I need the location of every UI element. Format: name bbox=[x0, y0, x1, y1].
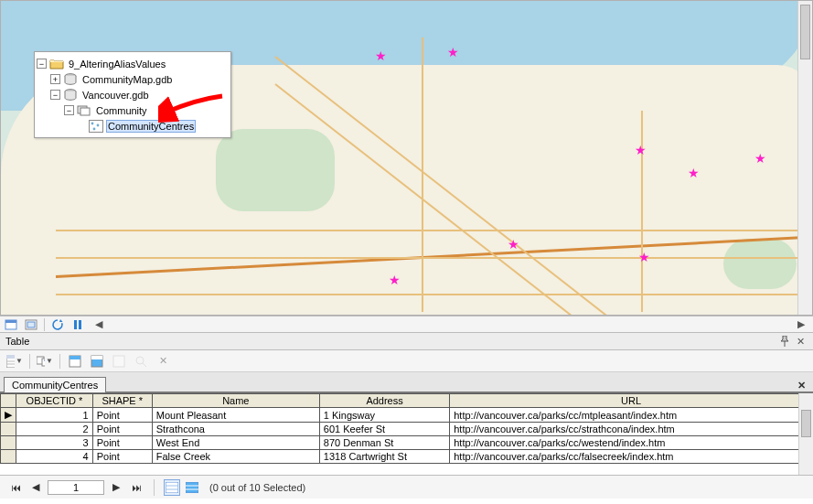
cell-shape[interactable]: Point bbox=[92, 408, 152, 423]
point-feature-star-icon[interactable]: ★ bbox=[388, 273, 401, 286]
current-record-input[interactable] bbox=[48, 480, 104, 495]
cell-address[interactable]: 1 Kingsway bbox=[319, 408, 449, 423]
point-feature-star-icon[interactable]: ★ bbox=[637, 251, 650, 263]
cell-shape[interactable]: Point bbox=[92, 423, 152, 436]
table-options-button[interactable]: ▼ bbox=[5, 352, 24, 370]
tree-item-label: CommunityCentres bbox=[106, 120, 196, 133]
show-selected-records-button[interactable] bbox=[184, 479, 200, 496]
folder-icon bbox=[49, 57, 64, 71]
svg-rect-15 bbox=[6, 355, 15, 359]
cell-name[interactable]: Mount Pleasant bbox=[152, 408, 319, 423]
column-header-name[interactable]: Name bbox=[152, 394, 319, 408]
cell-name[interactable]: False Creek bbox=[152, 450, 319, 464]
tree-item-communitycentres-fc[interactable]: CommunityCentres bbox=[37, 118, 227, 134]
related-tables-button[interactable]: ▼ bbox=[36, 352, 54, 370]
pin-icon[interactable] bbox=[780, 336, 791, 347]
svg-rect-21 bbox=[70, 356, 80, 359]
cell-url[interactable]: http://vancouver.ca/parks/cc/strathcona/… bbox=[450, 423, 813, 436]
table-toolbar: ▼ ▼ ✕ bbox=[0, 350, 813, 372]
row-selector[interactable] bbox=[1, 423, 16, 436]
table-row[interactable]: 3PointWest End870 Denman Sthttp://vancou… bbox=[1, 436, 813, 450]
cell-objectid[interactable]: 3 bbox=[16, 436, 92, 450]
cell-address[interactable]: 1318 Cartwright St bbox=[319, 450, 449, 464]
clear-selection-button[interactable] bbox=[110, 352, 128, 370]
delete-selected-button[interactable]: ✕ bbox=[154, 352, 172, 370]
geodatabase-icon bbox=[63, 72, 78, 87]
table-vertical-scrollbar[interactable] bbox=[798, 393, 813, 475]
cell-shape[interactable]: Point bbox=[92, 450, 152, 464]
cell-address[interactable]: 870 Denman St bbox=[319, 436, 449, 450]
last-record-button[interactable]: ⏭ bbox=[128, 479, 144, 496]
svg-line-26 bbox=[143, 363, 146, 367]
attribute-table[interactable]: OBJECTID * SHAPE * Name Address URL ▶1Po… bbox=[0, 392, 813, 475]
svg-rect-30 bbox=[186, 482, 198, 493]
tree-item-vancouver-gdb[interactable]: − Vancouver.gdb bbox=[37, 87, 227, 102]
cell-objectid[interactable]: 1 bbox=[16, 408, 92, 423]
svg-rect-11 bbox=[27, 322, 35, 327]
point-feature-star-icon[interactable]: ★ bbox=[754, 152, 766, 165]
switch-selection-button[interactable] bbox=[88, 352, 106, 370]
cell-name[interactable]: Strathcona bbox=[152, 423, 319, 436]
svg-rect-27 bbox=[166, 482, 178, 493]
tree-item-label: Community bbox=[94, 105, 149, 116]
prev-record-button[interactable]: ◀ bbox=[27, 479, 44, 496]
chevron-down-icon: ▼ bbox=[46, 357, 53, 365]
table-row[interactable]: 2PointStrathcona601 Keefer Sthttp://vanc… bbox=[1, 423, 813, 436]
row-selector[interactable]: ▶ bbox=[1, 408, 16, 423]
collapse-icon[interactable]: − bbox=[37, 59, 47, 69]
map-vertical-scrollbar[interactable] bbox=[797, 1, 812, 315]
point-feature-star-icon[interactable]: ★ bbox=[507, 238, 519, 251]
point-feature-star-icon[interactable]: ★ bbox=[374, 49, 387, 62]
catalog-tree[interactable]: − 9_AlteringAliasValues + CommunityMap.g… bbox=[34, 51, 231, 138]
table-tab[interactable]: CommunityCentres bbox=[4, 377, 106, 392]
column-header-shape[interactable]: SHAPE * bbox=[92, 394, 152, 408]
select-by-attributes-button[interactable] bbox=[66, 352, 84, 370]
map-horizontal-scrollbar[interactable]: ◀ ▶ bbox=[91, 318, 809, 331]
row-selector[interactable] bbox=[1, 436, 16, 450]
data-view-button[interactable] bbox=[4, 317, 18, 332]
close-panel-icon[interactable]: ✕ bbox=[797, 336, 808, 347]
tree-item-community-dataset[interactable]: − Community bbox=[37, 102, 227, 118]
cell-objectid[interactable]: 2 bbox=[16, 423, 92, 436]
map-bottom-toolbar: ◀ ▶ bbox=[0, 316, 813, 332]
point-feature-star-icon[interactable]: ★ bbox=[634, 144, 647, 156]
svg-rect-12 bbox=[74, 320, 77, 329]
tree-item-label: CommunityMap.gdb bbox=[80, 74, 174, 85]
cell-objectid[interactable]: 4 bbox=[16, 450, 92, 464]
pause-drawing-button[interactable] bbox=[70, 317, 85, 332]
point-feature-star-icon[interactable]: ★ bbox=[687, 166, 700, 179]
layout-view-button[interactable] bbox=[24, 317, 38, 332]
cell-name[interactable]: West End bbox=[152, 436, 319, 450]
scroll-left-icon[interactable]: ◀ bbox=[92, 318, 105, 331]
point-feature-star-icon[interactable]: ★ bbox=[446, 46, 459, 59]
row-selector[interactable] bbox=[1, 450, 16, 464]
cell-url[interactable]: http://vancouver.ca/parks/cc/westend/ind… bbox=[450, 436, 813, 450]
close-tab-icon[interactable]: ✕ bbox=[795, 379, 808, 391]
cell-url[interactable]: http://vancouver.ca/parks/cc/falsecreek/… bbox=[450, 450, 813, 464]
scroll-right-icon[interactable]: ▶ bbox=[795, 318, 808, 331]
tree-root[interactable]: − 9_AlteringAliasValues bbox=[37, 56, 227, 71]
column-header-objectid[interactable]: OBJECTID * bbox=[16, 394, 92, 408]
zoom-to-selected-button[interactable] bbox=[132, 352, 150, 370]
tree-item-label: Vancouver.gdb bbox=[80, 90, 151, 101]
tree-item-communitymap-gdb[interactable]: + CommunityMap.gdb bbox=[37, 71, 227, 87]
refresh-button[interactable] bbox=[50, 317, 65, 332]
table-row[interactable]: ▶1PointMount Pleasant1 Kingswayhttp://va… bbox=[1, 408, 813, 423]
svg-point-6 bbox=[97, 123, 100, 126]
column-header-url[interactable]: URL bbox=[450, 394, 813, 408]
point-feature-class-icon bbox=[89, 119, 103, 134]
cell-shape[interactable]: Point bbox=[92, 436, 152, 450]
cell-url[interactable]: http://vancouver.ca/parks/cc/mtpleasant/… bbox=[450, 408, 813, 423]
tree-root-label: 9_AlteringAliasValues bbox=[67, 59, 167, 70]
next-record-button[interactable]: ▶ bbox=[108, 479, 124, 496]
map-view[interactable]: ★★★★★★★★ − 9_AlteringAliasValues + Commu… bbox=[0, 0, 813, 316]
collapse-icon[interactable]: − bbox=[50, 90, 60, 100]
collapse-icon[interactable]: − bbox=[64, 105, 74, 115]
expand-icon[interactable]: + bbox=[50, 74, 60, 84]
table-row[interactable]: 4PointFalse Creek1318 Cartwright Sthttp:… bbox=[1, 450, 813, 464]
show-all-records-button[interactable] bbox=[164, 479, 180, 496]
column-header-address[interactable]: Address bbox=[319, 394, 449, 408]
cell-address[interactable]: 601 Keefer St bbox=[319, 423, 449, 436]
first-record-button[interactable]: ⏮ bbox=[7, 479, 24, 496]
column-header-selector[interactable] bbox=[1, 394, 16, 408]
